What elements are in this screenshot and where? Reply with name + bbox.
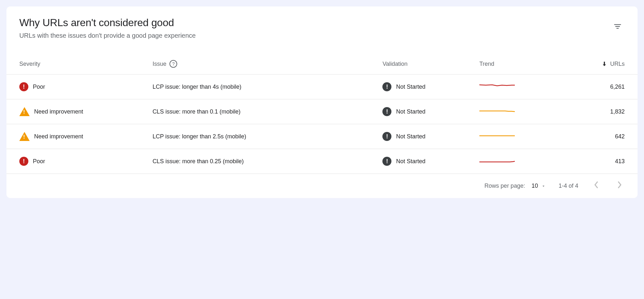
validation-status-icon: ! <box>382 82 391 91</box>
severity-cell: Need improvement <box>19 107 152 116</box>
col-header-severity[interactable]: Severity <box>19 61 152 67</box>
table-row[interactable]: Need improvementLCP issue: longer than 2… <box>6 124 638 149</box>
validation-text: Not Started <box>396 158 425 165</box>
validation-text: Not Started <box>396 133 425 140</box>
issue-cell: LCP issue: longer than 2.5s (mobile) <box>152 133 382 140</box>
dropdown-triangle-icon <box>541 184 546 188</box>
validation-status-icon: ! <box>382 157 391 166</box>
header-text: Why URLs aren't considered good URLs wit… <box>19 17 610 39</box>
sort-descending-icon <box>601 61 608 67</box>
pagination-range: 1-4 of 4 <box>559 183 578 189</box>
trend-cell <box>479 157 552 165</box>
issue-text: CLS issue: more than 0.1 (mobile) <box>152 108 240 115</box>
prev-page-button[interactable] <box>591 180 601 192</box>
chevron-right-icon <box>617 180 622 189</box>
col-header-issue[interactable]: Issue ? <box>152 60 382 68</box>
error-icon: ! <box>19 157 28 166</box>
table-row[interactable]: !PoorCLS issue: more than 0.25 (mobile)!… <box>6 149 638 174</box>
trend-sparkline <box>479 133 515 139</box>
rows-per-page: Rows per page: 10 <box>485 183 546 189</box>
chevron-left-icon <box>594 180 599 189</box>
issue-cell: CLS issue: more than 0.25 (mobile) <box>152 158 382 165</box>
trend-cell <box>479 83 552 91</box>
rows-per-page-label: Rows per page: <box>485 183 525 189</box>
issue-cell: CLS issue: more than 0.1 (mobile) <box>152 108 382 115</box>
col-header-urls-label: URLs <box>610 61 625 67</box>
card-subtitle: URLs with these issues don't provide a g… <box>19 32 610 39</box>
urls-cell: 642 <box>552 133 624 140</box>
table-row[interactable]: !PoorLCP issue: longer than 4s (mobile)!… <box>6 74 638 99</box>
card-header: Why URLs aren't considered good URLs wit… <box>6 6 638 47</box>
severity-label: Poor <box>33 158 45 165</box>
error-icon: ! <box>19 82 28 91</box>
issue-text: LCP issue: longer than 4s (mobile) <box>152 84 241 90</box>
validation-cell: !Not Started <box>382 132 479 141</box>
validation-cell: !Not Started <box>382 157 479 166</box>
severity-label: Need improvement <box>34 108 83 115</box>
warning-icon <box>19 132 30 141</box>
validation-text: Not Started <box>396 84 425 90</box>
issue-text: LCP issue: longer than 2.5s (mobile) <box>152 133 246 140</box>
trend-sparkline <box>479 108 515 114</box>
urls-cell: 6,261 <box>552 84 624 90</box>
severity-label: Need improvement <box>34 133 83 140</box>
validation-status-icon: ! <box>382 107 391 116</box>
validation-status-icon: ! <box>382 132 391 141</box>
help-icon[interactable]: ? <box>169 60 177 68</box>
table-body: !PoorLCP issue: longer than 4s (mobile)!… <box>6 74 638 174</box>
validation-cell: !Not Started <box>382 82 479 91</box>
next-page-button[interactable] <box>614 180 625 192</box>
issue-cell: LCP issue: longer than 4s (mobile) <box>152 84 382 90</box>
trend-cell <box>479 133 552 141</box>
col-header-trend[interactable]: Trend <box>479 61 552 67</box>
warning-icon <box>19 107 30 116</box>
validation-cell: !Not Started <box>382 107 479 116</box>
issue-text: CLS issue: more than 0.25 (mobile) <box>152 158 244 165</box>
severity-cell: !Poor <box>19 82 152 91</box>
trend-cell <box>479 108 552 116</box>
urls-cell: 1,832 <box>552 108 624 115</box>
severity-cell: !Poor <box>19 157 152 166</box>
filter-icon <box>613 22 622 31</box>
trend-sparkline <box>479 157 515 164</box>
issues-card: Why URLs aren't considered good URLs wit… <box>6 6 638 198</box>
filter-button[interactable] <box>610 19 625 35</box>
col-header-validation[interactable]: Validation <box>382 61 479 67</box>
severity-label: Poor <box>33 84 45 90</box>
table-row[interactable]: Need improvementCLS issue: more than 0.1… <box>6 99 638 124</box>
rows-per-page-value: 10 <box>532 183 538 189</box>
urls-cell: 413 <box>552 158 624 165</box>
col-header-urls[interactable]: URLs <box>552 61 624 67</box>
card-title: Why URLs aren't considered good <box>19 17 610 29</box>
rows-per-page-select[interactable]: 10 <box>532 183 546 189</box>
validation-text: Not Started <box>396 108 425 115</box>
table-header-row: Severity Issue ? Validation Trend URLs <box>6 54 638 74</box>
col-header-issue-label: Issue <box>152 61 166 67</box>
table-footer: Rows per page: 10 1-4 of 4 <box>6 174 638 198</box>
severity-cell: Need improvement <box>19 132 152 141</box>
trend-sparkline <box>479 83 515 89</box>
